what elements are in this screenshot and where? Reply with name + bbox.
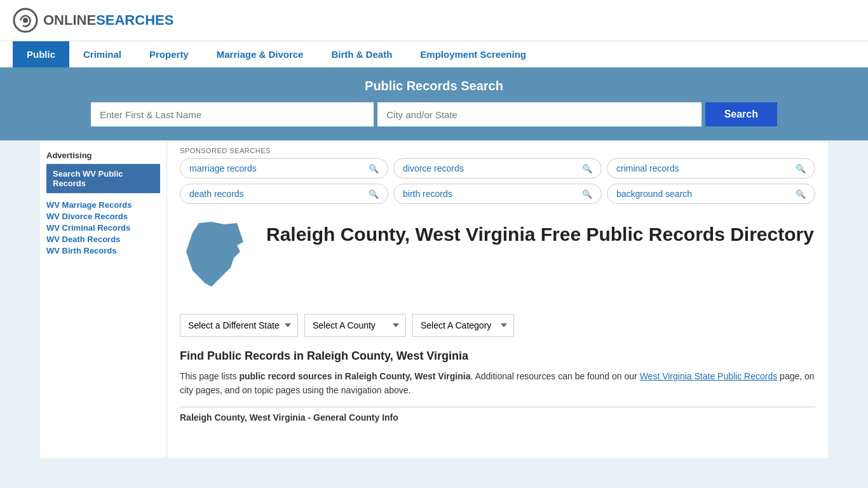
pill-marriage-records[interactable]: marriage records 🔍 xyxy=(180,158,388,179)
pill-search-icon-1: 🔍 xyxy=(369,164,379,173)
logo-searches-text: SEARCHES xyxy=(96,12,173,28)
pill-search-icon-6: 🔍 xyxy=(796,189,806,199)
sidebar-link-2[interactable]: WV Divorce Records xyxy=(46,211,160,221)
pill-search-icon-3: 🔍 xyxy=(796,164,806,173)
category-dropdown[interactable]: Select A Category xyxy=(412,314,514,337)
find-records-text: This page lists public record sources in… xyxy=(180,369,815,398)
logo[interactable]: ONLINESEARCHES xyxy=(13,8,173,33)
search-form: Search xyxy=(91,102,777,126)
nav-item-property[interactable]: Property xyxy=(135,41,203,67)
state-map xyxy=(180,217,256,301)
logo-online-text: ONLINE xyxy=(43,12,96,28)
dropdowns-row: Select a Different State Select A County… xyxy=(180,314,815,337)
logo-icon xyxy=(13,8,38,33)
sidebar-link-5[interactable]: WV Birth Records xyxy=(46,245,160,255)
sidebar-link-list: WV Marriage Records WV Divorce Records W… xyxy=(46,200,160,255)
state-dropdown[interactable]: Select a Different State xyxy=(180,314,298,337)
pill-birth-records[interactable]: birth records 🔍 xyxy=(393,184,602,204)
pill-search-icon-4: 🔍 xyxy=(369,189,379,199)
pill-death-records[interactable]: death records 🔍 xyxy=(180,184,388,204)
nav-item-marriage-divorce[interactable]: Marriage & Divorce xyxy=(203,41,318,67)
advertising-label: Advertising xyxy=(46,151,160,160)
main-content: SPONSORED SEARCHES marriage records 🔍 di… xyxy=(167,140,828,458)
location-input[interactable] xyxy=(377,102,701,126)
ad-box[interactable]: Search WV Public Records xyxy=(46,164,160,193)
nav-item-criminal[interactable]: Criminal xyxy=(69,41,135,67)
page-heading-area: Raleigh County, West Virginia Free Publi… xyxy=(180,217,815,301)
pill-background-search[interactable]: background search 🔍 xyxy=(607,184,815,204)
pill-search-icon-5: 🔍 xyxy=(582,189,592,199)
search-banner: Public Records Search Search xyxy=(0,67,868,140)
sidebar-link-3[interactable]: WV Criminal Records xyxy=(46,222,160,233)
sponsored-label: SPONSORED SEARCHES xyxy=(180,147,815,154)
main-wrapper: Advertising Search WV Public Records WV … xyxy=(40,140,828,458)
search-banner-title: Public Records Search xyxy=(13,79,855,93)
nav-item-birth-death[interactable]: Birth & Death xyxy=(317,41,406,67)
sidebar-link-4[interactable]: WV Death Records xyxy=(46,234,160,244)
nav-item-public[interactable]: Public xyxy=(13,41,69,67)
sidebar: Advertising Search WV Public Records WV … xyxy=(40,140,167,458)
section-divider xyxy=(180,407,815,407)
page-title: Raleigh County, West Virginia Free Publi… xyxy=(266,223,814,246)
name-input[interactable] xyxy=(91,102,374,126)
find-records-title: Find Public Records in Raleigh County, W… xyxy=(180,349,815,363)
county-dropdown[interactable]: Select A County xyxy=(304,314,406,337)
state-records-link[interactable]: West Virginia State Public Records xyxy=(640,371,778,381)
general-info-label: Raleigh County, West Virginia - General … xyxy=(180,412,815,423)
main-nav: Public Criminal Property Marriage & Divo… xyxy=(0,41,868,67)
pill-criminal-records[interactable]: criminal records 🔍 xyxy=(607,158,815,179)
pill-search-icon-2: 🔍 xyxy=(582,164,592,173)
sidebar-link-1[interactable]: WV Marriage Records xyxy=(46,200,160,210)
sponsored-pills: marriage records 🔍 divorce records 🔍 cri… xyxy=(180,158,815,204)
svg-point-1 xyxy=(23,18,28,23)
search-button[interactable]: Search xyxy=(705,102,777,126)
nav-item-employment[interactable]: Employment Screening xyxy=(406,41,540,67)
site-header: ONLINESEARCHES xyxy=(0,0,868,41)
pill-divorce-records[interactable]: divorce records 🔍 xyxy=(393,158,602,179)
